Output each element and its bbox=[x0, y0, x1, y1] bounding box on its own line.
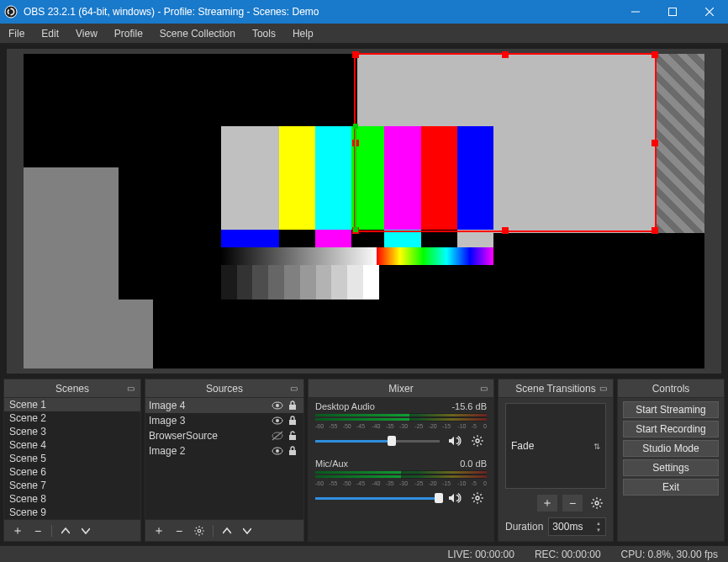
selection-green-handle-top[interactable] bbox=[353, 124, 358, 129]
scene-item[interactable]: Scene 6 bbox=[4, 465, 140, 479]
selection-handle-br[interactable] bbox=[652, 227, 658, 234]
selection-handle-tl[interactable] bbox=[352, 51, 359, 58]
scenes-panel: Scenes ▭ Scene 1 Scene 2 Scene 3 Scene 4… bbox=[3, 379, 141, 542]
scene-item[interactable]: Scene 7 bbox=[4, 479, 140, 492]
selection-handle-tm[interactable] bbox=[502, 51, 509, 58]
eye-icon[interactable] bbox=[270, 414, 285, 427]
toolbar-separator bbox=[51, 525, 52, 537]
svg-point-21 bbox=[595, 501, 599, 505]
remove-scene-button[interactable]: − bbox=[28, 522, 48, 539]
scenes-list[interactable]: Scene 1 Scene 2 Scene 3 Scene 4 Scene 5 … bbox=[4, 398, 140, 519]
sources-panel: Sources ▭ Image 4 Image 3 BrowserSource … bbox=[145, 379, 304, 542]
mixer-title-label: Mixer bbox=[388, 383, 413, 395]
speaker-icon[interactable] bbox=[445, 489, 463, 507]
selection-handle-tr[interactable] bbox=[652, 51, 658, 58]
scene-item[interactable]: Scene 5 bbox=[4, 452, 140, 465]
menu-help[interactable]: Help bbox=[284, 24, 322, 43]
gear-icon[interactable] bbox=[588, 494, 606, 512]
duration-input[interactable]: 300ms ▲▼ bbox=[548, 517, 606, 536]
start-recording-button[interactable]: Start Recording bbox=[623, 421, 719, 437]
sources-list[interactable]: Image 4 Image 3 BrowserSource Image 2 bbox=[145, 398, 303, 519]
move-scene-down-button[interactable] bbox=[76, 522, 96, 539]
selection-handle-mr[interactable] bbox=[652, 140, 658, 146]
menu-file[interactable]: File bbox=[0, 24, 33, 43]
minimize-button[interactable] bbox=[617, 0, 654, 24]
lock-icon[interactable] bbox=[285, 414, 300, 427]
menu-tools[interactable]: Tools bbox=[244, 24, 284, 43]
remove-source-button[interactable]: − bbox=[169, 522, 189, 539]
mixer-channel-mic-aux: Mic/Aux 0.0 dB -60-55-50-45 -40-35-30-25… bbox=[309, 455, 493, 512]
source-properties-button[interactable] bbox=[189, 522, 209, 539]
remove-transition-button[interactable]: − bbox=[562, 495, 583, 512]
close-button[interactable] bbox=[691, 0, 728, 24]
mixer-body: Desktop Audio -15.6 dB -60-55-50-45 -40-… bbox=[309, 398, 493, 541]
source-item[interactable]: Image 4 bbox=[145, 398, 303, 413]
move-scene-up-button[interactable] bbox=[55, 522, 76, 539]
scene-item[interactable]: Scene 2 bbox=[4, 411, 140, 425]
menu-bar: File Edit View Profile Scene Collection … bbox=[0, 24, 728, 44]
gear-icon[interactable] bbox=[468, 432, 487, 450]
eye-icon[interactable] bbox=[270, 444, 285, 458]
detach-icon[interactable]: ▭ bbox=[477, 381, 490, 395]
dock-row: Scenes ▭ Scene 1 Scene 2 Scene 3 Scene 4… bbox=[0, 379, 728, 545]
unlock-icon[interactable] bbox=[285, 429, 300, 443]
channel-name: Mic/Aux bbox=[315, 459, 348, 469]
status-bar: LIVE: 00:00:00 REC: 00:00:00 CPU: 0.8%, … bbox=[0, 545, 728, 562]
selection-handle-bm[interactable] bbox=[502, 227, 509, 234]
source-item[interactable]: BrowserSource bbox=[145, 428, 303, 443]
svg-rect-14 bbox=[289, 435, 296, 440]
stepper-up-icon[interactable]: ▲ bbox=[593, 520, 604, 527]
selection-green-handle-bot[interactable] bbox=[353, 227, 358, 232]
svg-point-19 bbox=[476, 439, 479, 443]
move-source-up-button[interactable] bbox=[217, 522, 237, 539]
stepper-down-icon[interactable]: ▼ bbox=[593, 527, 604, 533]
move-source-down-button[interactable] bbox=[237, 522, 257, 539]
scene-item[interactable]: Scene 9 bbox=[4, 506, 140, 519]
lock-icon[interactable] bbox=[285, 399, 300, 412]
settings-button[interactable]: Settings bbox=[623, 459, 719, 476]
scenes-panel-title: Scenes ▭ bbox=[4, 379, 140, 398]
source-item[interactable]: Image 3 bbox=[145, 413, 303, 428]
speaker-icon[interactable] bbox=[445, 432, 463, 450]
svg-point-10 bbox=[276, 419, 279, 422]
scene-item[interactable]: Scene 1 bbox=[4, 398, 140, 411]
mixer-panel-title: Mixer ▭ bbox=[309, 379, 493, 398]
audio-meter bbox=[315, 413, 487, 422]
eye-off-icon[interactable] bbox=[270, 429, 285, 443]
scene-item[interactable]: Scene 8 bbox=[4, 492, 140, 506]
sources-toolbar: ＋ − bbox=[145, 519, 303, 541]
lock-icon[interactable] bbox=[285, 444, 300, 458]
selection-outline[interactable] bbox=[354, 53, 657, 232]
add-source-button[interactable]: ＋ bbox=[149, 522, 169, 539]
source-label: Image 3 bbox=[149, 415, 270, 427]
status-rec: REC: 00:00:00 bbox=[535, 549, 601, 560]
maximize-button[interactable] bbox=[654, 0, 691, 24]
exit-button[interactable]: Exit bbox=[623, 479, 719, 496]
add-scene-button[interactable]: ＋ bbox=[8, 522, 28, 539]
scenes-toolbar: ＋ − bbox=[4, 519, 140, 541]
add-transition-button[interactable]: ＋ bbox=[537, 495, 557, 512]
transition-type-select[interactable]: Fade ⇅ bbox=[505, 403, 606, 489]
controls-title-label: Controls bbox=[652, 383, 690, 395]
volume-slider[interactable] bbox=[315, 492, 440, 504]
studio-mode-button[interactable]: Studio Mode bbox=[623, 440, 719, 457]
svg-rect-8 bbox=[289, 405, 296, 410]
detach-icon[interactable]: ▭ bbox=[596, 381, 609, 395]
source-item[interactable]: Image 2 bbox=[145, 443, 303, 459]
svg-rect-11 bbox=[289, 420, 296, 425]
start-streaming-button[interactable]: Start Streaming bbox=[623, 401, 719, 418]
menu-edit[interactable]: Edit bbox=[33, 24, 67, 43]
menu-view[interactable]: View bbox=[67, 24, 106, 43]
detach-icon[interactable]: ▭ bbox=[124, 381, 137, 395]
volume-slider[interactable] bbox=[315, 435, 440, 447]
gear-icon[interactable] bbox=[468, 489, 487, 507]
detach-icon[interactable]: ▭ bbox=[287, 381, 300, 395]
preview-canvas[interactable] bbox=[24, 54, 704, 368]
preview-area bbox=[7, 49, 721, 374]
channel-name: Desktop Audio bbox=[315, 401, 375, 411]
menu-scene-collection[interactable]: Scene Collection bbox=[151, 24, 244, 43]
scene-item[interactable]: Scene 4 bbox=[4, 438, 140, 452]
scene-item[interactable]: Scene 3 bbox=[4, 425, 140, 438]
menu-profile[interactable]: Profile bbox=[106, 24, 151, 43]
eye-icon[interactable] bbox=[270, 399, 285, 412]
